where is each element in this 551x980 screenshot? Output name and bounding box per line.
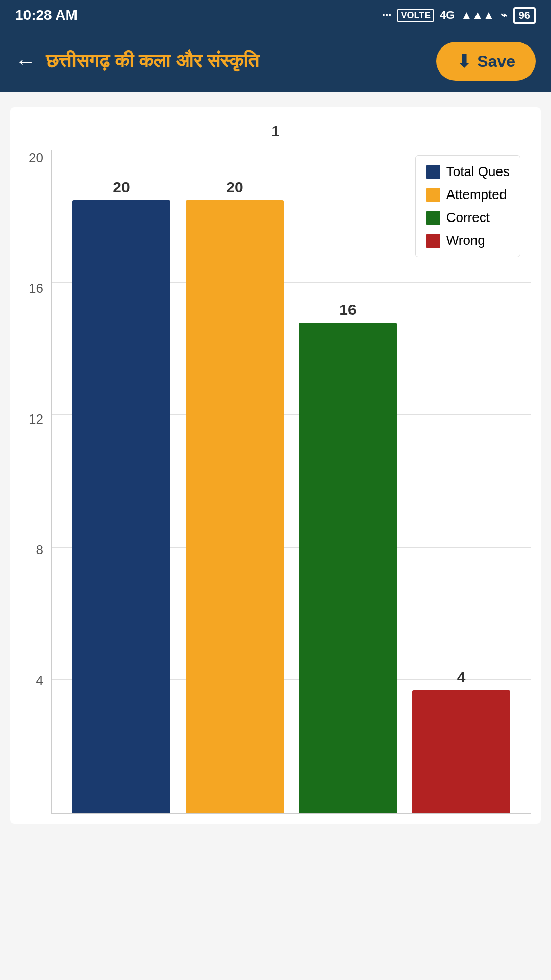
bar-rect-totalques xyxy=(72,200,170,813)
bars-wrapper: 20 20 16 4 xyxy=(51,150,531,814)
chart-area: 20 16 12 8 4 Total Ques Attempted xyxy=(20,150,531,814)
y-label-20: 20 xyxy=(29,150,43,166)
bar-rect-wrong xyxy=(412,690,510,813)
app-header: ← छत्तीसगढ़ की कला और संस्कृति ⬇ Save xyxy=(0,31,551,92)
save-label: Save xyxy=(477,52,515,71)
y-axis: 20 16 12 8 4 xyxy=(20,150,51,814)
status-icons: ··· VOLTE 4G ▲▲▲ ⌁ 96 xyxy=(382,7,536,24)
bar-rect-correct xyxy=(299,323,397,813)
header-left: ← छत्तीसगढ़ की कला और संस्कृति xyxy=(15,50,259,73)
volte-icon: VOLTE xyxy=(397,9,434,22)
bar-wrong: 4 xyxy=(412,669,510,813)
back-button[interactable]: ← xyxy=(15,50,36,73)
y-label-12: 12 xyxy=(29,411,43,427)
bar-value-totalques: 20 xyxy=(113,179,130,196)
bar-value-wrong: 4 xyxy=(457,669,466,686)
chart-container: 1 20 16 12 8 4 Total Ques Attempted xyxy=(10,107,541,824)
chart-subtitle: 1 xyxy=(20,122,531,140)
battery-icon: 96 xyxy=(513,7,536,24)
dots-icon: ··· xyxy=(382,9,391,22)
signal-icon: ▲▲▲ xyxy=(461,9,494,22)
bars-group: 20 20 16 4 xyxy=(52,150,531,813)
wifi-icon: ⌁ xyxy=(500,9,507,22)
page-title: छत्तीसगढ़ की कला और संस्कृति xyxy=(46,50,259,72)
y-label-16: 16 xyxy=(29,281,43,297)
bar-totalques: 20 xyxy=(72,179,170,813)
bar-value-attempted: 20 xyxy=(226,179,243,196)
time-display: 10:28 AM xyxy=(15,7,78,23)
download-icon: ⬇ xyxy=(457,51,471,71)
bar-rect-attempted xyxy=(186,200,284,813)
bar-correct: 16 xyxy=(299,301,397,813)
y-label-4: 4 xyxy=(36,673,43,689)
save-button[interactable]: ⬇ Save xyxy=(436,42,536,81)
chart-content: Total Ques Attempted Correct Wrong xyxy=(51,150,531,814)
status-bar: 10:28 AM ··· VOLTE 4G ▲▲▲ ⌁ 96 xyxy=(0,0,551,31)
y-label-8: 8 xyxy=(36,542,43,558)
bar-attempted: 20 xyxy=(186,179,284,813)
bar-value-correct: 16 xyxy=(339,301,356,318)
network-icon: 4G xyxy=(440,9,455,22)
